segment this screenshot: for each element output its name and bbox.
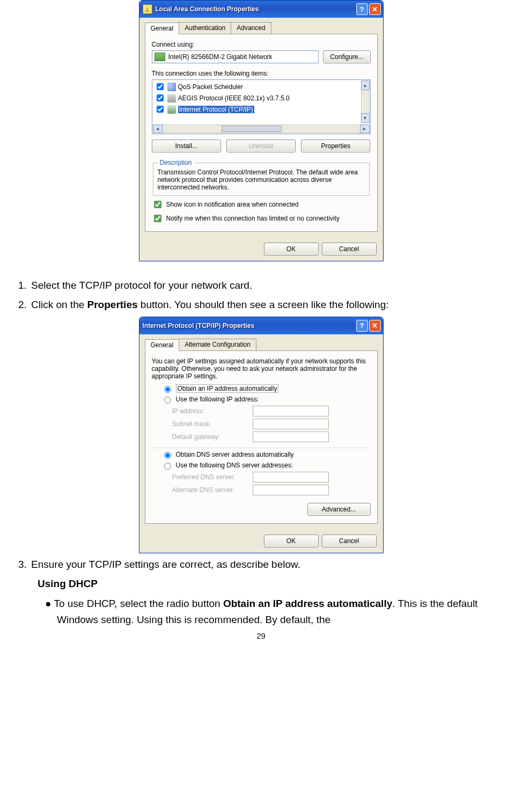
network-icon: ⊥ (143, 4, 152, 14)
tab-authentication[interactable]: Authentication (179, 22, 231, 34)
description-legend: Description (158, 159, 194, 166)
tabs: General Authentication Advanced (145, 22, 378, 34)
gateway-label: Default gateway: (172, 433, 253, 441)
tab-alternate[interactable]: Alternate Configuration (179, 339, 256, 350)
list-item[interactable]: QoS Packet Scheduler (152, 81, 361, 92)
pref-dns-label: Preferred DNS server: (172, 473, 253, 481)
scroll-down-icon[interactable]: ▼ (361, 113, 370, 123)
subnet-mask-label: Subnet mask: (172, 420, 253, 428)
install-button[interactable]: Install... (152, 140, 221, 152)
dhcp-heading: Using DHCP (38, 576, 501, 592)
nic-icon (155, 53, 165, 61)
tab-general[interactable]: General (145, 339, 180, 351)
ok-button[interactable]: OK (264, 535, 319, 547)
obtain-dns-label: Obtain DNS server address automatically (176, 451, 294, 458)
notify-label: Notify me when this connection has limit… (166, 215, 340, 222)
notify-checkbox[interactable] (154, 215, 161, 222)
connect-using-label: Connect using: (152, 41, 371, 48)
ip-address-label: IP address: (172, 407, 253, 415)
ip-address-input (253, 406, 329, 416)
use-dns-label: Use the following DNS server addresses: (176, 462, 293, 469)
dhcp-bullet: To use DHCP, select the radio button Obt… (38, 596, 501, 628)
close-button[interactable]: ✕ (369, 320, 381, 332)
alt-dns-input (253, 485, 329, 495)
scroll-left-icon[interactable]: ◄ (153, 125, 163, 133)
uninstall-button: Uninstall (226, 140, 296, 152)
configure-button[interactable]: Configure... (323, 50, 370, 63)
use-ip-radio[interactable] (164, 397, 171, 404)
step-1: 1.Select the TCP/IP protocol for your ne… (38, 277, 501, 294)
use-ip-label: Use the following IP address: (176, 396, 259, 403)
adapter-field: Intel(R) 82566DM-2 Gigabit Network (152, 50, 319, 63)
page-number: 29 (0, 631, 522, 640)
tab-advanced[interactable]: Advanced (231, 22, 271, 34)
show-icon-checkbox[interactable] (154, 201, 161, 208)
horizontal-scrollbar[interactable]: ◄ ► (153, 125, 370, 133)
checkbox[interactable] (157, 106, 164, 113)
help-button[interactable]: ? (356, 320, 368, 332)
scroll-right-icon[interactable]: ► (360, 125, 370, 133)
service-name: AEGIS Protocol (IEEE 802.1x) v3.7.5.0 (178, 94, 290, 102)
window-title: Internet Protocol (TCP/IP) Properties (143, 322, 355, 330)
lan-properties-dialog: ⊥ Local Area Connection Properties ? ✕ G… (139, 0, 384, 261)
description-group: Description Transmission Control Protoco… (153, 159, 370, 196)
tcpip-properties-dialog: Internet Protocol (TCP/IP) Properties ? … (139, 317, 384, 553)
intro-text: You can get IP settings assigned automat… (152, 357, 371, 380)
help-button[interactable]: ? (356, 3, 368, 15)
tabs: General Alternate Configuration (145, 339, 378, 351)
tab-panel: Connect using: Intel(R) 82566DM-2 Gigabi… (145, 34, 378, 232)
list-item[interactable]: AEGIS Protocol (IEEE 802.1x) v3.7.5.0 (152, 92, 361, 104)
list-item-selected[interactable]: Internet Protocol (TCP/IP) (152, 104, 361, 115)
adapter-name: Intel(R) 82566DM-2 Gigabit Network (168, 53, 273, 61)
service-icon (167, 105, 176, 114)
gateway-input (253, 431, 329, 442)
description-text: Transmission Control Protocol/Internet P… (158, 169, 365, 191)
window-title: Local Area Connection Properties (156, 5, 355, 13)
subnet-mask-input (253, 419, 329, 429)
titlebar: Internet Protocol (TCP/IP) Properties ? … (139, 317, 383, 334)
scroll-up-icon[interactable]: ▲ (361, 81, 370, 90)
service-name: QoS Packet Scheduler (178, 83, 243, 91)
instruction-list: 1.Select the TCP/IP protocol for your ne… (38, 277, 501, 313)
tab-panel: You can get IP settings assigned automat… (145, 351, 378, 524)
service-icon (167, 83, 176, 91)
checkbox[interactable] (157, 83, 164, 90)
cancel-button[interactable]: Cancel (322, 243, 377, 255)
advanced-button[interactable]: Advanced... (307, 503, 371, 516)
components-list[interactable]: QoS Packet Scheduler AEGIS Protocol (IEE… (152, 79, 371, 134)
titlebar: ⊥ Local Area Connection Properties ? ✕ (139, 1, 383, 18)
alt-dns-label: Alternate DNS server: (172, 486, 253, 494)
obtain-ip-label: Obtain an IP address automatically (176, 384, 279, 393)
checkbox[interactable] (157, 94, 164, 101)
cancel-button[interactable]: Cancel (322, 535, 377, 547)
service-name: Internet Protocol (TCP/IP) (178, 106, 254, 113)
show-icon-label: Show icon in notification area when conn… (166, 201, 299, 208)
vertical-scrollbar[interactable]: ▲ ▼ (361, 81, 370, 123)
ok-button[interactable]: OK (264, 243, 319, 255)
scroll-thumb[interactable] (222, 126, 282, 132)
pref-dns-input (253, 472, 329, 482)
obtain-ip-radio[interactable] (164, 386, 171, 393)
obtain-dns-radio[interactable] (164, 452, 171, 459)
close-button[interactable]: ✕ (369, 3, 381, 15)
service-icon (167, 94, 176, 103)
tab-general[interactable]: General (145, 23, 180, 34)
step-3: 3.Ensure your TCP/IP settings are correc… (38, 557, 501, 573)
properties-button[interactable]: Properties (301, 140, 370, 152)
step-2: 2.Click on the Properties button. You sh… (38, 297, 501, 313)
use-dns-radio[interactable] (164, 463, 171, 470)
items-label: This connection uses the following items… (152, 70, 371, 77)
